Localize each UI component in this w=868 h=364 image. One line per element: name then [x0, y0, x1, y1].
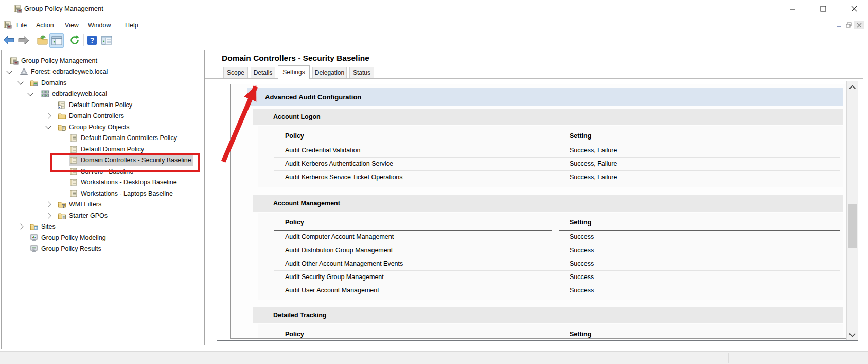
menu-window[interactable]: Window [87, 20, 112, 30]
report-section-advanced-audit-configuration: Advanced Audit Configuration [247, 88, 843, 106]
tree-item-body[interactable]: Workstations - Laptops Baseline [69, 188, 175, 199]
tree-item-body[interactable]: Starter GPOs [58, 210, 110, 221]
chevron-collapsed-icon[interactable] [17, 223, 23, 229]
menu-action[interactable]: Action [35, 20, 55, 30]
tree-item-domains[interactable]: Domains [2, 77, 200, 88]
tab-scope[interactable]: Scope [223, 67, 248, 78]
mdi-restore-button[interactable] [844, 21, 854, 29]
tree-item-domain-controllers[interactable]: Domain Controllers [2, 111, 200, 122]
tree-item-body[interactable]: Forest: edbradleyweb.local [20, 66, 110, 77]
tree-item-body[interactable]: edbradleyweb.local [41, 89, 109, 99]
tree-item-label: Domains [41, 79, 66, 86]
chevron-expanded-icon[interactable] [27, 90, 33, 96]
modeling-icon [30, 234, 39, 242]
tree-item-workstations-laptops-baseline[interactable]: Workstations - Laptops Baseline [2, 188, 200, 199]
tab-delegation[interactable]: Delegation [312, 67, 347, 78]
tree-item-body[interactable]: Group Policy Objects [58, 122, 131, 132]
tree-item-wmi-filters[interactable]: WMI Filters [2, 199, 200, 210]
tree-item-group-policy-objects[interactable]: Group Policy Objects [2, 122, 200, 132]
toolbar-separator [83, 34, 84, 46]
tree-item-label: Default Domain Policy [81, 146, 144, 153]
chevron-expanded-icon[interactable] [17, 79, 23, 84]
tab-settings[interactable]: Settings [278, 65, 310, 79]
tree-item-label: Workstations - Laptops Baseline [81, 190, 173, 197]
minimize-button[interactable] [777, 0, 807, 18]
tree-item-body[interactable]: Group Policy Management [10, 55, 99, 66]
tree-item-forest-edbradleyweb-local[interactable]: Forest: edbradleyweb.local [2, 66, 200, 77]
chevron-collapsed-icon[interactable] [45, 201, 51, 207]
tree-item-starter-gpos[interactable]: Starter GPOs [2, 210, 200, 221]
tree-item-body[interactable]: WMI Filters [58, 199, 103, 210]
tree-item-label: Domain Controllers [69, 112, 124, 119]
mdi-minimize-button[interactable] [834, 21, 843, 29]
new-window-button[interactable] [100, 33, 113, 47]
report-scrollbar[interactable] [846, 81, 858, 340]
tree-item-body[interactable]: Sites [30, 221, 58, 232]
status-bar [0, 351, 868, 364]
tree-item-workstations-desktops-baseline[interactable]: Workstations - Desktops Baseline [2, 177, 200, 188]
policy-row: Audit Distribution Group ManagementSucce… [274, 244, 840, 257]
policy-row: Audit Kerberos Service Ticket Operations… [274, 171, 840, 184]
forward-button[interactable] [17, 33, 30, 47]
chevron-collapsed-icon[interactable] [45, 213, 51, 218]
policy-name: Audit Kerberos Service Ticket Operations [274, 171, 552, 184]
tree-item-body[interactable]: Default Domain Policy [58, 99, 134, 110]
chevron-expanded-icon[interactable] [6, 68, 12, 74]
details-pane: Domain Controllers - Security Baseline S… [204, 50, 863, 345]
scrollbar-thumb[interactable] [848, 204, 857, 248]
tree-item-default-domain-controllers-policy[interactable]: Default Domain Controllers Policy [2, 133, 200, 144]
policy-setting: Success [559, 257, 840, 270]
menu-file[interactable]: File [15, 20, 28, 30]
tree-item-label: Group Policy Modeling [41, 234, 106, 241]
scroll-down-button[interactable] [847, 329, 858, 340]
tree-item-label: WMI Filters [69, 201, 101, 208]
tree-item-group-policy-management[interactable]: Group Policy Management [2, 55, 200, 66]
policy-table: PolicySettingAudit Credential Validation… [258, 126, 843, 187]
forest-icon [20, 67, 28, 76]
chevron-collapsed-icon[interactable] [45, 113, 51, 118]
policy-name: Audit User Account Management [274, 284, 552, 297]
show-console-tree-button[interactable] [49, 33, 64, 48]
mdi-close-button[interactable] [854, 21, 864, 29]
menu-view[interactable]: View [64, 20, 80, 30]
menu-bar: File Action View Window Help [0, 18, 868, 32]
back-button[interactable] [2, 33, 15, 47]
policy-setting: Success [559, 231, 840, 244]
tree-item-group-policy-results[interactable]: Group Policy Results [2, 244, 200, 254]
policy-row: Audit Security Group ManagementSuccess [274, 271, 840, 284]
tree-item-body[interactable]: Default Domain Controllers Policy [69, 133, 179, 144]
maximize-button[interactable] [808, 0, 838, 18]
help-button[interactable]: ? [85, 33, 99, 47]
tab-status[interactable]: Status [349, 67, 374, 78]
section-header: Account Logon [253, 109, 843, 125]
wmi-icon [58, 200, 66, 209]
close-button[interactable] [839, 0, 868, 18]
tree-item-edbradleyweb-local[interactable]: edbradleyweb.local [2, 89, 200, 99]
tab-details[interactable]: Details [251, 67, 275, 78]
tree-item-body[interactable]: Group Policy Results [30, 244, 103, 254]
tree-item-body[interactable]: Group Policy Modeling [30, 232, 108, 243]
tree-item-label: Default Domain Controllers Policy [81, 134, 177, 142]
tree-item-default-domain-policy[interactable]: Default Domain Policy [2, 99, 200, 110]
tree-item-sites[interactable]: Sites [2, 221, 200, 232]
annotation-highlight-box [50, 153, 200, 172]
tree-item-body[interactable]: Domains [30, 77, 68, 88]
gpo-link-icon [58, 101, 66, 109]
mdi-separator [831, 20, 831, 31]
tree-item-group-policy-modeling[interactable]: Group Policy Modeling [2, 232, 200, 243]
section-header: Account Management [253, 195, 843, 212]
console-tree-icon [51, 36, 62, 45]
scroll-up-button[interactable] [847, 81, 858, 93]
chevron-expanded-icon[interactable] [45, 123, 51, 129]
refresh-button[interactable] [68, 33, 81, 47]
menu-help[interactable]: Help [124, 20, 139, 30]
policy-setting: Success, Failure [559, 171, 840, 184]
maximize-icon [820, 6, 826, 12]
status-divider [814, 353, 814, 363]
policy-setting: Success [559, 284, 840, 297]
app-icon [13, 5, 22, 13]
export-list-button[interactable] [36, 33, 49, 47]
tree-item-body[interactable]: Workstations - Desktops Baseline [69, 177, 179, 188]
forward-icon [17, 34, 30, 46]
tree-item-body[interactable]: Domain Controllers [58, 111, 126, 122]
